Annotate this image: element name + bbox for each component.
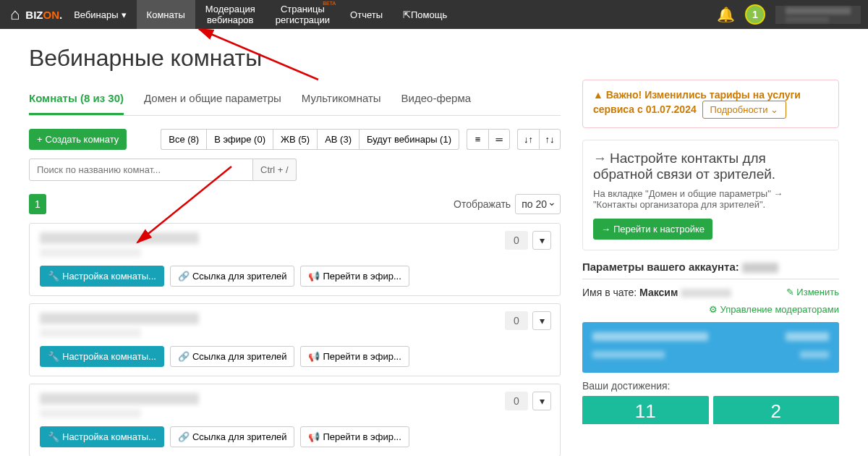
filter-upcoming[interactable]: Будут вебинары (1): [359, 129, 459, 150]
contacts-panel: →Настройте контакты для обратной связи о…: [582, 140, 839, 250]
page-1[interactable]: 1: [29, 194, 46, 214]
viewer-link-button[interactable]: 🔗 Ссылка для зрителей: [170, 266, 295, 287]
search-input[interactable]: [29, 159, 253, 181]
viewer-count: 0: [505, 231, 528, 250]
arrow-right-icon: →: [593, 151, 607, 166]
room-card: 0▾ 🔧 Настройка комнаты... 🔗 Ссылка для з…: [29, 303, 561, 376]
tariff-details-button[interactable]: Подробности ⌄: [702, 101, 787, 119]
external-link-icon: ⇱: [403, 9, 411, 20]
sort-desc-icon[interactable]: ↑↓: [539, 129, 561, 150]
filter-jv[interactable]: ЖВ (5): [273, 129, 317, 150]
tabs: Комнаты (8 из 30) Домен и общие параметр…: [29, 85, 561, 116]
go-live-button[interactable]: 📢 Перейти в эфир...: [300, 346, 409, 367]
filter-all[interactable]: Все (8): [161, 129, 206, 150]
filter-group: Все (8) В эфире (0) ЖВ (5) АВ (3) Будут …: [161, 129, 459, 150]
nav-rooms[interactable]: Комнаты: [137, 0, 195, 29]
megaphone-icon: 📢: [308, 431, 320, 442]
tab-video[interactable]: Видео-ферма: [401, 85, 472, 115]
tariff-alert: ▲ Важно! Изменились тарифы на услуги сер…: [582, 80, 839, 128]
room-sub-blur: [40, 329, 141, 337]
display-select[interactable]: по 20: [515, 194, 561, 214]
edit-link[interactable]: ✎ Изменить: [786, 287, 839, 297]
megaphone-icon: 📢: [308, 271, 320, 282]
room-settings-button[interactable]: 🔧 Настройка комнаты...: [40, 426, 164, 447]
go-to-settings-button[interactable]: → Перейти к настройке: [593, 219, 712, 240]
filter-live[interactable]: В эфире (0): [206, 129, 273, 150]
room-title-blur: [40, 393, 199, 405]
manage-moderators-link[interactable]: ⚙ Управление модераторами: [582, 304, 839, 315]
chat-name-row: ✎ Изменить Имя в чате: Максим: [582, 287, 839, 298]
room-title-blur: [40, 232, 199, 244]
link-icon: 🔗: [178, 271, 190, 282]
wrench-icon: 🔧: [48, 351, 59, 362]
sort-asc-icon[interactable]: ↓↑: [517, 129, 539, 150]
room-settings-button[interactable]: 🔧 Настройка комнаты...: [40, 266, 164, 287]
room-card: 0▾ 🔧 Настройка комнаты... 🔗 Ссылка для з…: [29, 223, 561, 296]
user-menu[interactable]: [775, 6, 861, 24]
megaphone-icon: 📢: [308, 351, 320, 362]
bell-icon[interactable]: 🔔: [717, 6, 735, 23]
room-settings-button[interactable]: 🔧 Настройка комнаты...: [40, 346, 164, 367]
nav-webinars[interactable]: Вебинары ▾: [64, 0, 136, 29]
display-label: Отображать: [454, 198, 511, 210]
tab-domain[interactable]: Домен и общие параметры: [144, 85, 281, 115]
achievements-label: Ваши достижения:: [582, 380, 839, 392]
room-sub-blur: [40, 248, 141, 257]
top-nav: ⌂ BIZON. Вебинары ▾ Комнаты Модерациявеб…: [0, 0, 868, 29]
nav-help[interactable]: ⇱ Помощь: [393, 0, 457, 29]
avatar[interactable]: 1: [745, 4, 765, 25]
page-title: Вебинарные комнаты: [29, 45, 561, 72]
account-panel: Параметры вашего аккаунта: ✎ Изменить Им…: [582, 261, 839, 424]
home-icon[interactable]: ⌂: [10, 5, 20, 24]
viewer-link-button[interactable]: 🔗 Ссылка для зрителей: [170, 426, 295, 447]
link-icon: 🔗: [178, 351, 190, 362]
view-compact-icon[interactable]: ═: [488, 129, 510, 150]
room-menu-button[interactable]: ▾: [532, 392, 551, 410]
filter-av[interactable]: АВ (3): [317, 129, 359, 150]
go-live-button[interactable]: 📢 Перейти в эфир...: [300, 266, 409, 287]
link-icon: 🔗: [178, 431, 190, 442]
caret-down-icon: ▾: [122, 9, 127, 20]
plus-icon: +: [37, 134, 43, 145]
tab-multi[interactable]: Мультикомнаты: [302, 85, 381, 115]
room-title-blur: [40, 313, 199, 324]
view-list-icon[interactable]: ≡: [467, 129, 488, 150]
viewer-count: 0: [505, 311, 528, 330]
viewer-count: 0: [505, 392, 528, 410]
create-room-button[interactable]: + Создать комнату: [29, 129, 127, 150]
brand-logo[interactable]: BIZON.: [25, 9, 62, 21]
achievement-1: 11: [582, 396, 709, 424]
pencil-icon: ✎: [786, 287, 794, 297]
tab-rooms[interactable]: Комнаты (8 из 30): [29, 85, 124, 115]
arrow-right-icon: →: [601, 224, 610, 235]
stats-box: [582, 322, 839, 373]
nav-moderation[interactable]: Модерациявебинаров: [195, 0, 265, 29]
room-card: 0▾ 🔧 Настройка комнаты... 🔗 Ссылка для з…: [29, 384, 561, 456]
wrench-icon: 🔧: [48, 271, 59, 282]
wrench-icon: 🔧: [48, 431, 59, 442]
viewer-link-button[interactable]: 🔗 Ссылка для зрителей: [170, 346, 295, 367]
nav-reports[interactable]: Отчеты: [340, 0, 393, 29]
go-live-button[interactable]: 📢 Перейти в эфир...: [300, 426, 409, 447]
nav-pages[interactable]: BETAСтраницырегистрации: [265, 0, 340, 29]
room-menu-button[interactable]: ▾: [532, 231, 551, 250]
warning-icon: ▲: [593, 89, 603, 101]
account-header: Параметры вашего аккаунта:: [582, 261, 839, 279]
chevron-down-icon: ⌄: [770, 104, 778, 115]
achievement-2: 2: [713, 396, 840, 424]
search-shortcut: Ctrl + /: [253, 159, 297, 181]
room-sub-blur: [40, 409, 141, 418]
gear-icon: ⚙: [709, 304, 718, 315]
room-menu-button[interactable]: ▾: [532, 311, 551, 330]
